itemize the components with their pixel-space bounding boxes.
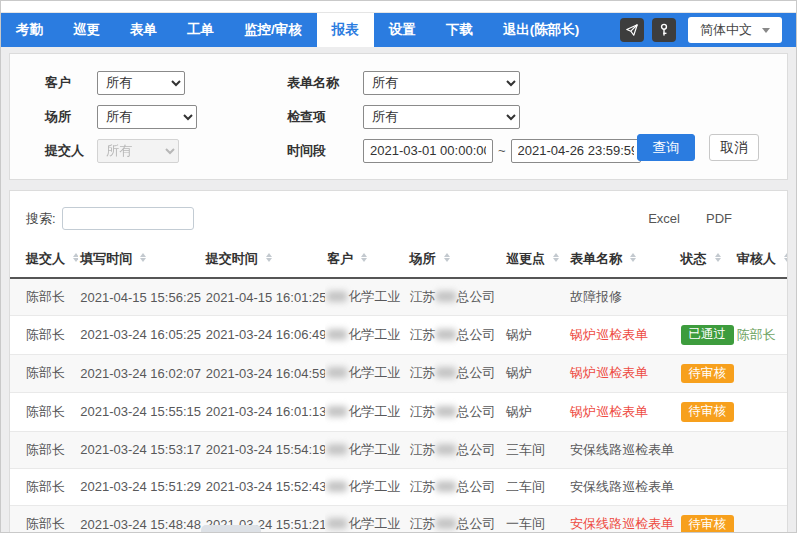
time-from-input[interactable] [363, 139, 493, 163]
cell-form-name: 安保线路巡检表单 [568, 431, 678, 468]
nav-item-work-orders[interactable]: 工单 [172, 13, 229, 47]
sort-arrows-icon[interactable] [715, 253, 721, 263]
submitter-filter-select[interactable]: 所有 [97, 139, 179, 163]
send-message-button[interactable] [620, 18, 644, 42]
query-button[interactable]: 查询 [637, 134, 695, 161]
table-row[interactable]: 陈部长2021-03-24 15:51:292021-03-24 15:52:4… [10, 468, 787, 505]
cell-status [679, 431, 735, 468]
reviewer-name: 陈部长 [737, 327, 776, 342]
cancel-button[interactable]: 取消 [709, 134, 759, 161]
time-range-separator: ~ [498, 143, 506, 158]
redacted-text [327, 406, 347, 417]
cell-patrol-point: 锅炉 [504, 393, 568, 432]
nav-item-monitor-review[interactable]: 监控/审核 [229, 13, 317, 47]
nav-item-attendance[interactable]: 考勤 [1, 13, 58, 47]
cell-submit-time: 2021-04-15 16:01:25 [204, 278, 325, 316]
sort-arrows-icon[interactable] [266, 253, 272, 263]
column-header-1[interactable]: 填写时间 [78, 242, 203, 278]
cell-location: 江苏总公司 [408, 354, 504, 393]
table-row[interactable]: 陈部长2021-03-24 16:02:072021-03-24 16:04:5… [10, 354, 787, 393]
column-header-2[interactable]: 提交时间 [204, 242, 325, 278]
pagination-partial[interactable] [201, 525, 261, 532]
time-to-input[interactable] [511, 139, 641, 163]
column-header-5[interactable]: 巡更点 [504, 242, 568, 278]
cell-submitter: 陈部长 [10, 431, 78, 468]
cell-patrol-point [504, 278, 568, 316]
table-row[interactable]: 陈部长2021-03-24 16:05:252021-03-24 16:06:4… [10, 316, 787, 355]
cell-reviewer [735, 468, 787, 505]
cell-submit-time: 2021-03-24 16:06:49 [204, 316, 325, 355]
column-header-8[interactable]: 审核人 [735, 242, 787, 278]
cell-submitter: 陈部长 [10, 505, 78, 533]
report-table-panel: 搜索: Excel PDF 提交人填写时间提交时间客户场所巡更点表单名称状态审核… [9, 190, 788, 533]
nav-item-forms[interactable]: 表单 [115, 13, 172, 47]
sort-arrows-icon[interactable] [553, 253, 559, 263]
nav-item-logout[interactable]: 退出(陈部长) [488, 13, 595, 47]
form-name-text: 安保线路巡检表单 [570, 516, 674, 531]
export-pdf-link[interactable]: PDF [706, 211, 732, 226]
status-badge: 待审核 [681, 364, 735, 384]
cell-reviewer [735, 354, 787, 393]
cell-location: 江苏总公司 [408, 278, 504, 316]
redacted-text [436, 518, 456, 529]
cell-submitter: 陈部长 [10, 316, 78, 355]
redacted-text [327, 367, 347, 378]
cell-form-name: 安保线路巡检表单 [568, 468, 678, 505]
customer-filter-label: 客户 [45, 74, 97, 92]
page-content: 客户 所有 表单名称 所有 场所 所有 检查项 所有 提交人 所有 时间段 [1, 47, 796, 533]
sort-arrows-icon[interactable] [361, 253, 367, 263]
cell-submitter: 陈部长 [10, 278, 78, 316]
sort-arrows-icon[interactable] [784, 253, 787, 263]
password-key-button[interactable] [652, 18, 676, 42]
redacted-text [436, 444, 456, 455]
column-header-0[interactable]: 提交人 [10, 242, 78, 278]
key-icon [657, 23, 671, 37]
form-name-text: 锅炉巡检表单 [570, 404, 648, 419]
sort-arrows-icon[interactable] [73, 253, 78, 263]
redacted-text [327, 329, 347, 340]
search-label: 搜索: [26, 210, 56, 228]
cell-customer: 化学工业 [325, 431, 407, 468]
table-header-row: 提交人填写时间提交时间客户场所巡更点表单名称状态审核人 [10, 242, 787, 278]
form-name-text: 安保线路巡检表单 [570, 442, 674, 457]
sort-arrows-icon[interactable] [444, 253, 450, 263]
nav-item-download[interactable]: 下载 [431, 13, 488, 47]
table-row[interactable]: 陈部长2021-04-15 15:56:252021-04-15 16:01:2… [10, 278, 787, 316]
form-name-filter-select[interactable]: 所有 [363, 71, 520, 95]
table-row[interactable]: 陈部长2021-03-24 15:48:482021-03-24 15:51:2… [10, 505, 787, 533]
check-item-filter-select[interactable]: 所有 [363, 105, 520, 129]
table-row[interactable]: 陈部长2021-03-24 15:55:152021-03-24 16:01:1… [10, 393, 787, 432]
search-input[interactable] [62, 207, 194, 230]
column-label: 提交时间 [206, 251, 258, 266]
cell-patrol-point: 二车间 [504, 468, 568, 505]
cell-form-name: 锅炉巡检表单 [568, 316, 678, 355]
sort-arrows-icon[interactable] [630, 253, 636, 263]
nav-item-settings[interactable]: 设置 [374, 13, 431, 47]
navbar-right: 简体中文 [620, 13, 796, 47]
status-badge: 已通过 [681, 325, 735, 345]
export-links: Excel PDF [648, 211, 732, 226]
cell-submit-time: 2021-03-24 16:04:59 [204, 354, 325, 393]
export-excel-link[interactable]: Excel [648, 211, 680, 226]
cell-submit-time: 2021-03-24 15:52:43 [204, 468, 325, 505]
table-row[interactable]: 陈部长2021-03-24 15:53:172021-03-24 15:54:1… [10, 431, 787, 468]
sort-arrows-icon[interactable] [140, 253, 146, 263]
paper-plane-icon [625, 23, 639, 37]
column-header-4[interactable]: 场所 [408, 242, 504, 278]
language-selector[interactable]: 简体中文 [688, 17, 782, 43]
cell-customer: 化学工业 [325, 468, 407, 505]
form-name-text: 锅炉巡检表单 [570, 365, 648, 380]
filter-actions: 查询 取消 [637, 134, 759, 161]
table-body: 陈部长2021-04-15 15:56:252021-04-15 16:01:2… [10, 278, 787, 533]
filter-panel: 客户 所有 表单名称 所有 场所 所有 检查项 所有 提交人 所有 时间段 [9, 53, 788, 180]
form-name-text: 故障报修 [570, 289, 622, 304]
customer-filter-select[interactable]: 所有 [97, 71, 185, 95]
column-header-3[interactable]: 客户 [325, 242, 407, 278]
cell-status [679, 468, 735, 505]
nav-item-reports[interactable]: 报表 [317, 13, 374, 47]
column-header-6[interactable]: 表单名称 [568, 242, 678, 278]
cell-patrol-point: 三车间 [504, 431, 568, 468]
column-header-7[interactable]: 状态 [679, 242, 735, 278]
place-filter-select[interactable]: 所有 [97, 105, 197, 129]
nav-item-patrol[interactable]: 巡更 [58, 13, 115, 47]
